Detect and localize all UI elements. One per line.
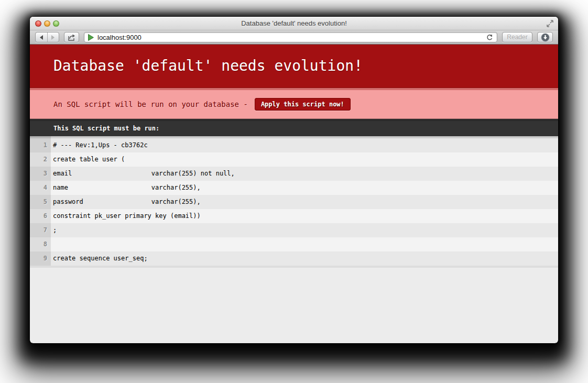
share-button[interactable] — [64, 32, 79, 42]
reload-icon[interactable] — [486, 34, 493, 41]
line-code: name varchar(255), — [51, 181, 558, 195]
line-number: 8 — [30, 237, 51, 251]
line-code: password varchar(255), — [51, 195, 558, 209]
line-code: # --- Rev:1,Ups - cb3762c — [51, 136, 558, 152]
back-button[interactable] — [36, 32, 48, 42]
script-line-row: 9 create sequence user_seq; — [30, 251, 558, 266]
apply-script-button[interactable]: Apply this script now! — [255, 98, 351, 111]
detail-bar: An SQL script will be run on your databa… — [30, 88, 558, 119]
detail-text: An SQL script will be run on your databa… — [53, 99, 248, 110]
nav-buttons — [35, 32, 59, 42]
line-code: constraint pk_user primary key (email)) — [51, 209, 558, 223]
sql-script-listing: 1 # --- Rev:1,Ups - cb3762c 2 create tab… — [30, 136, 558, 268]
line-number: 1 — [30, 136, 51, 152]
back-icon — [39, 35, 43, 40]
script-line-row: 4 name varchar(255), — [30, 181, 558, 195]
script-section-title: This SQL script must be run: — [30, 119, 558, 136]
url-text[interactable]: localhost:9000 — [97, 34, 483, 41]
fullscreen-icon[interactable] — [546, 20, 554, 27]
desktop: Database 'default' needs evolution! — [0, 0, 588, 383]
script-line-row: 2 create table user ( — [30, 152, 558, 167]
window-title: Database 'default' needs evolution! — [30, 19, 558, 27]
line-code: email varchar(255) not null, — [51, 167, 558, 181]
script-line-row: 6 constraint pk_user primary key (email)… — [30, 209, 558, 223]
line-number: 4 — [30, 181, 51, 195]
line-number: 2 — [30, 152, 51, 167]
forward-icon — [51, 35, 55, 40]
script-line-row: 8 — [30, 237, 558, 251]
script-line-row: 5 password varchar(255), — [30, 195, 558, 209]
line-code: ; — [51, 223, 558, 237]
script-line-row: 1 # --- Rev:1,Ups - cb3762c — [30, 136, 558, 152]
downloads-button[interactable] — [537, 32, 553, 42]
reader-button[interactable]: Reader — [502, 32, 532, 42]
line-number: 5 — [30, 195, 51, 209]
download-icon — [541, 33, 550, 42]
share-icon — [68, 34, 75, 41]
line-number: 7 — [30, 223, 51, 237]
page-title: Database 'default' needs evolution! — [30, 45, 558, 88]
play-favicon — [88, 34, 94, 41]
address-bar[interactable]: localhost:9000 — [84, 32, 497, 42]
script-line-row: 3 email varchar(255) not null, — [30, 167, 558, 181]
title-bar[interactable]: Database 'default' needs evolution! — [30, 17, 558, 30]
line-number: 3 — [30, 167, 51, 181]
script-line-row: 7 ; — [30, 223, 558, 237]
forward-button[interactable] — [48, 32, 59, 42]
browser-window: Database 'default' needs evolution! — [30, 17, 558, 343]
line-number: 6 — [30, 209, 51, 223]
line-code: create table user ( — [51, 152, 558, 167]
browser-toolbar: localhost:9000 Reader — [30, 30, 558, 45]
line-code: create sequence user_seq; — [51, 251, 558, 266]
line-code — [51, 237, 558, 251]
line-number: 9 — [30, 251, 51, 266]
